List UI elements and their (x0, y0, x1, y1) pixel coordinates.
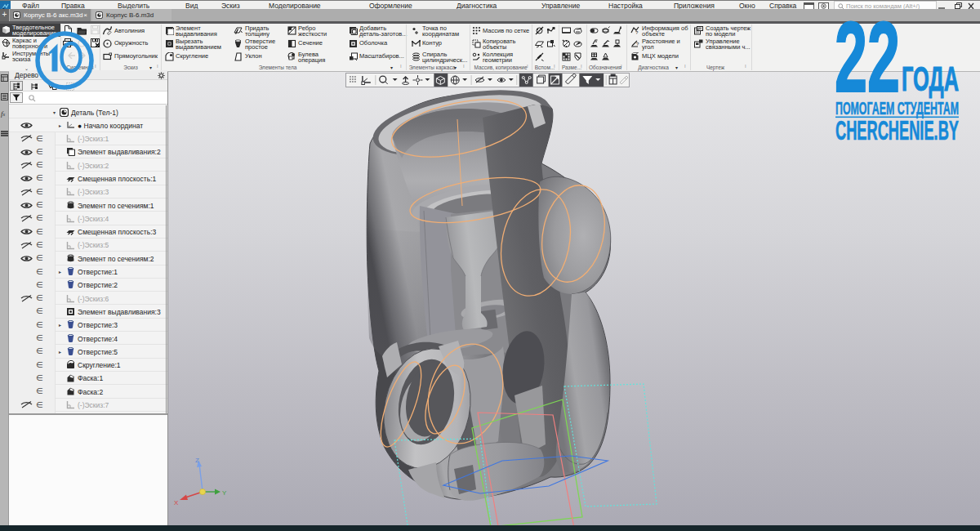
svg-text:?: ? (636, 42, 639, 47)
svg-text:Y: Y (222, 489, 227, 497)
svg-text:?: ? (635, 30, 639, 35)
svg-text:X: X (174, 499, 179, 506)
svg-text:Z: Z (195, 457, 199, 464)
svg-text:CHERCHENIE.BY: CHERCHENIE.BY (835, 115, 959, 142)
svg-text:ГОДА: ГОДА (902, 59, 959, 98)
